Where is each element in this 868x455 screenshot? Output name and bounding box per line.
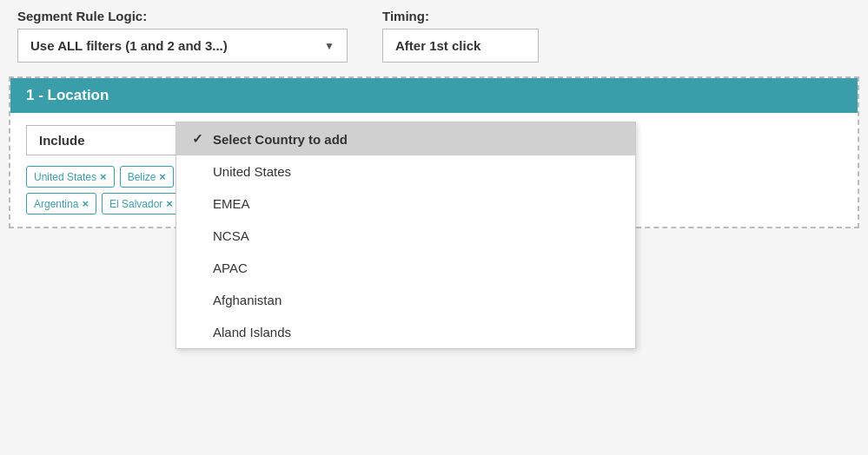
timing-group: Timing: After 1st click (382, 9, 539, 63)
segment-rule-group: Segment Rule Logic: Use ALL filters (1 a… (17, 9, 348, 63)
tag-el-salvador-label: El Salvador (109, 198, 162, 210)
dropdown-item-ncsa-label: NCSA (213, 228, 249, 243)
tag-belize-remove[interactable]: × (159, 170, 166, 183)
dropdown-item-select-country-label: Select Country to add (213, 132, 348, 147)
tag-el-salvador[interactable]: El Salvador × (102, 193, 181, 214)
timing-label: Timing: (382, 9, 539, 23)
dropdown-item-emea-label: EMEA (213, 196, 250, 211)
dropdown-item-apac-label: APAC (213, 260, 248, 275)
dropdown-item-aland-islands-label: Aland Islands (213, 325, 291, 340)
checkmark-icon: ✓ (192, 131, 206, 147)
timing-value: After 1st click (395, 38, 480, 53)
dropdown-item-apac[interactable]: APAC (176, 252, 635, 284)
tag-united-states-remove[interactable]: × (100, 170, 107, 183)
dropdown-item-select-country[interactable]: ✓ Select Country to add (176, 122, 635, 155)
segment-rule-dropdown[interactable]: Use ALL filters (1 and 2 and 3...) ▼ (17, 29, 348, 63)
tag-united-states-label: United States (34, 171, 96, 183)
segment-rule-chevron-icon: ▼ (324, 40, 335, 52)
dropdown-item-united-states[interactable]: United States (176, 155, 635, 188)
dropdown-item-united-states-label: United States (213, 164, 291, 179)
include-dropdown[interactable]: Include ▼ (26, 125, 200, 155)
timing-dropdown[interactable]: After 1st click (382, 29, 539, 63)
location-title: 1 - Location (26, 87, 109, 103)
dropdown-item-emea[interactable]: EMEA (176, 188, 635, 220)
top-section: Segment Rule Logic: Use ALL filters (1 a… (0, 0, 868, 76)
segment-rule-label: Segment Rule Logic: (17, 9, 348, 23)
tag-united-states[interactable]: United States × (26, 166, 115, 188)
location-header: 1 - Location (10, 78, 858, 113)
dropdown-item-afghanistan[interactable]: Afghanistan (176, 284, 635, 316)
tag-el-salvador-remove[interactable]: × (166, 197, 173, 210)
location-body: Include ▼ United States × Belize × Ecuad… (10, 113, 858, 227)
tag-argentina-remove[interactable]: × (82, 197, 89, 210)
segment-rule-value: Use ALL filters (1 and 2 and 3...) (30, 38, 228, 53)
dropdown-item-aland-islands[interactable]: Aland Islands (176, 316, 635, 348)
tag-belize[interactable]: Belize × (120, 166, 174, 188)
location-container: 1 - Location Include ▼ United States × B… (9, 76, 859, 228)
tag-belize-label: Belize (128, 171, 156, 183)
dropdown-item-ncsa[interactable]: NCSA (176, 220, 635, 252)
country-dropdown: ✓ Select Country to add United States EM… (176, 122, 636, 349)
dropdown-item-afghanistan-label: Afghanistan (213, 293, 282, 307)
tag-argentina-label: Argentina (34, 198, 78, 210)
include-label: Include (39, 133, 85, 148)
tag-argentina[interactable]: Argentina × (26, 193, 96, 214)
